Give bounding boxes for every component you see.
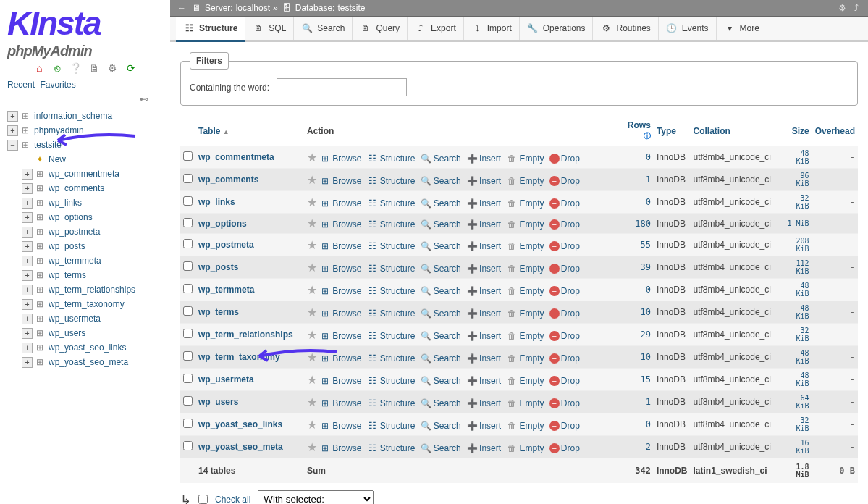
favorite-star-icon[interactable]: ★ (307, 396, 317, 408)
row-checkbox[interactable] (183, 396, 193, 406)
expand-icon[interactable]: + (22, 314, 33, 324)
table-name-link[interactable]: wp_term_taxonomy (198, 352, 280, 362)
db-phpmyadmin[interactable]: phpmyadmin (34, 125, 84, 135)
breadcrumb-server[interactable]: localhost (236, 3, 270, 13)
table-icon[interactable]: ⊞ (34, 342, 46, 353)
table-icon[interactable]: ⊞ (34, 269, 46, 281)
structure-action[interactable]: ☷Structure (367, 153, 416, 164)
browse-action[interactable]: ⊞Browse (319, 330, 361, 342)
table-icon[interactable]: ⊞ (34, 284, 46, 295)
search-action[interactable]: 🔍Search (421, 263, 461, 274)
row-checkbox[interactable] (183, 374, 193, 383)
link-panel-icon[interactable]: ⊷ (140, 94, 148, 104)
browse-action[interactable]: ⊞Browse (319, 175, 361, 187)
insert-action[interactable]: ➕Insert (466, 198, 501, 209)
insert-action[interactable]: ➕Insert (466, 420, 501, 432)
structure-action[interactable]: ☷Structure (367, 308, 416, 319)
row-checkbox[interactable] (183, 196, 193, 206)
tab-operations[interactable]: 🔧Operations (520, 17, 594, 40)
table-name-link[interactable]: wp_links (198, 197, 235, 207)
structure-action[interactable]: ☷Structure (367, 175, 416, 187)
favorite-star-icon[interactable]: ★ (307, 284, 317, 296)
nav-left-icon[interactable]: ← (176, 3, 187, 13)
favorite-star-icon[interactable]: ★ (307, 374, 317, 386)
insert-action[interactable]: ➕Insert (466, 219, 501, 230)
insert-action[interactable]: ➕Insert (466, 263, 501, 274)
insert-action[interactable]: ➕Insert (466, 175, 501, 187)
sql-icon[interactable]: 🗎 (88, 62, 101, 75)
search-action[interactable]: 🔍Search (421, 153, 461, 164)
favorite-star-icon[interactable]: ★ (307, 151, 317, 164)
table-wp_termmeta[interactable]: wp_termmeta (49, 256, 101, 266)
table-wp_posts[interactable]: wp_posts (49, 241, 85, 251)
insert-action[interactable]: ➕Insert (466, 398, 501, 409)
search-action[interactable]: 🔍Search (421, 175, 461, 187)
drop-action[interactable]: −Drop (549, 443, 580, 453)
search-action[interactable]: 🔍Search (421, 219, 461, 230)
search-action[interactable]: 🔍Search (421, 375, 461, 387)
tab-sql[interactable]: 🗎SQL (245, 17, 294, 40)
drop-action[interactable]: −Drop (549, 176, 580, 186)
table-icon[interactable]: ⊞ (34, 356, 46, 368)
table-name-link[interactable]: wp_postmeta (198, 240, 254, 250)
row-checkbox[interactable] (183, 239, 193, 248)
expand-icon[interactable]: + (22, 241, 33, 252)
search-action[interactable]: 🔍Search (421, 308, 461, 319)
drop-action[interactable]: −Drop (549, 241, 580, 251)
search-action[interactable]: 🔍Search (421, 398, 461, 409)
table-name-link[interactable]: wp_termmeta (198, 285, 254, 295)
drop-action[interactable]: −Drop (549, 219, 580, 230)
drop-action[interactable]: −Drop (549, 421, 580, 431)
insert-action[interactable]: ➕Insert (466, 442, 501, 454)
tab-more[interactable]: ▾More (717, 17, 767, 40)
drop-action[interactable]: −Drop (549, 308, 580, 319)
tab-query[interactable]: 🗎Query (353, 17, 408, 40)
browse-action[interactable]: ⊞Browse (319, 375, 361, 387)
expand-icon[interactable]: + (22, 270, 33, 281)
reload-icon[interactable]: ⟳ (125, 62, 138, 75)
structure-action[interactable]: ☷Structure (367, 398, 416, 409)
expand-icon[interactable]: + (22, 357, 33, 368)
recent-tab[interactable]: Recent (7, 80, 35, 90)
row-checkbox[interactable] (183, 218, 193, 227)
table-wp_yoast_seo_meta[interactable]: wp_yoast_seo_meta (49, 357, 128, 367)
tab-structure[interactable]: ☷Structure (176, 17, 245, 42)
browse-action[interactable]: ⊞Browse (319, 420, 361, 432)
insert-action[interactable]: ➕Insert (466, 153, 501, 164)
row-checkbox[interactable] (183, 329, 193, 338)
checkall-checkbox[interactable] (198, 495, 208, 504)
search-action[interactable]: 🔍Search (421, 420, 461, 432)
browse-action[interactable]: ⊞Browse (319, 308, 361, 319)
favorite-star-icon[interactable]: ★ (307, 351, 317, 364)
table-name-link[interactable]: wp_terms (198, 307, 239, 317)
table-icon[interactable]: ⊞ (34, 313, 46, 324)
favorite-star-icon[interactable]: ★ (307, 196, 317, 209)
empty-action[interactable]: 🗑Empty (506, 420, 544, 432)
table-wp_links[interactable]: wp_links (49, 198, 82, 208)
table-name-link[interactable]: wp_yoast_seo_meta (198, 442, 283, 452)
table-wp_users[interactable]: wp_users (49, 328, 85, 338)
browse-action[interactable]: ⊞Browse (319, 219, 361, 230)
expand-icon[interactable]: + (22, 299, 33, 310)
row-checkbox[interactable] (183, 306, 193, 316)
db-icon[interactable]: ⊞ (20, 110, 31, 122)
row-checkbox[interactable] (183, 419, 193, 428)
col-overhead[interactable]: Overhead (815, 126, 855, 136)
search-action[interactable]: 🔍Search (421, 198, 461, 209)
exit-icon[interactable]: ⤴ (851, 3, 862, 13)
row-checkbox[interactable] (183, 174, 193, 183)
browse-action[interactable]: ⊞Browse (319, 240, 361, 252)
table-name-link[interactable]: wp_comments (198, 175, 258, 185)
browse-action[interactable]: ⊞Browse (319, 153, 361, 164)
empty-action[interactable]: 🗑Empty (506, 285, 544, 297)
browse-action[interactable]: ⊞Browse (319, 263, 361, 274)
table-wp_commentmeta[interactable]: wp_commentmeta (49, 169, 119, 179)
table-icon[interactable]: ⊞ (34, 298, 46, 310)
structure-action[interactable]: ☷Structure (367, 263, 416, 274)
table-icon[interactable]: ⊞ (34, 240, 46, 252)
row-checkbox[interactable] (183, 284, 193, 293)
expand-icon[interactable]: + (22, 198, 33, 209)
drop-action[interactable]: −Drop (549, 286, 580, 296)
tab-search[interactable]: 🔍Search (294, 17, 353, 40)
browse-action[interactable]: ⊞Browse (319, 398, 361, 409)
